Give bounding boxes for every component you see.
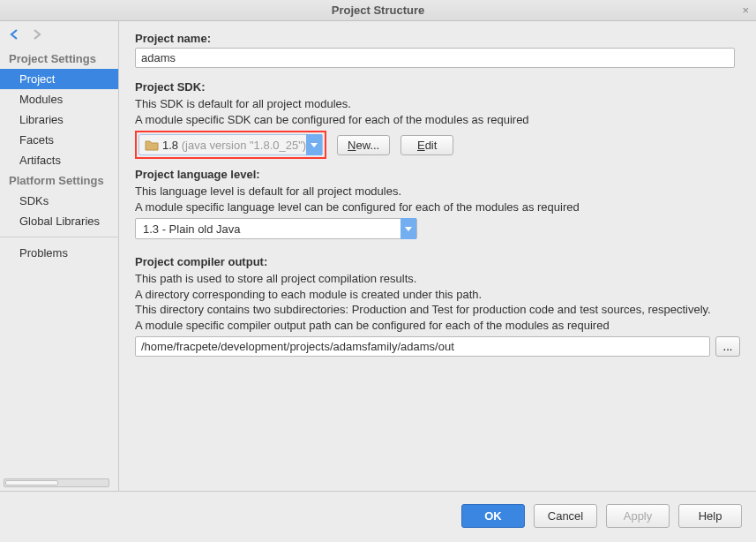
sidebar-item-libraries[interactable]: Libraries xyxy=(0,109,118,130)
lang-level-label: Project language level: xyxy=(135,168,740,181)
back-icon[interactable] xyxy=(9,28,21,43)
title-bar: Project Structure × xyxy=(0,0,756,21)
sidebar-item-problems[interactable]: Problems xyxy=(0,243,118,263)
compiler-output-label: Project compiler output: xyxy=(135,255,740,268)
sdk-desc1: This SDK is default for all project modu… xyxy=(135,96,740,112)
sidebar-item-project[interactable]: Project xyxy=(0,69,118,89)
project-sdk-dropdown[interactable]: 1.8 (java version "1.8.0_25") xyxy=(138,134,323,155)
language-level-dropdown[interactable]: 1.3 - Plain old Java xyxy=(135,218,417,239)
edit-sdk-button[interactable]: Edit xyxy=(400,135,453,155)
cancel-button[interactable]: Cancel xyxy=(534,504,597,528)
lang-level-selected: 1.3 - Plain old Java xyxy=(136,222,400,236)
sidebar-scrollbar[interactable] xyxy=(4,478,109,487)
project-name-input[interactable] xyxy=(135,48,735,68)
sdk-highlight: 1.8 (java version "1.8.0_25") xyxy=(135,131,326,159)
browse-output-button[interactable]: ... xyxy=(715,336,740,357)
sidebar-item-facets[interactable]: Facets xyxy=(0,130,118,150)
close-icon[interactable]: × xyxy=(742,4,749,17)
sidebar-heading-project-settings: Project Settings xyxy=(0,49,118,69)
main-panel: Project name: Project SDK: This SDK is d… xyxy=(119,21,756,491)
dropdown-arrow-icon xyxy=(306,134,322,155)
dropdown-arrow-icon xyxy=(400,218,416,239)
apply-button[interactable]: Apply xyxy=(606,504,670,528)
ok-button[interactable]: OK xyxy=(461,504,525,528)
sdk-desc2: A module specific SDK can be configured … xyxy=(135,112,740,128)
sidebar-separator xyxy=(0,237,118,237)
compiler-out-desc1: This path is used to store all project c… xyxy=(135,271,740,287)
lang-level-desc2: A module specific language level can be … xyxy=(135,199,740,215)
forward-icon[interactable] xyxy=(30,28,42,43)
folder-icon xyxy=(145,139,159,151)
sidebar-heading-platform-settings: Platform Settings xyxy=(0,170,118,191)
sidebar-item-sdks[interactable]: SDKs xyxy=(0,191,118,211)
compiler-output-input[interactable] xyxy=(135,336,710,357)
project-sdk-label: Project SDK: xyxy=(135,80,740,94)
window-title: Project Structure xyxy=(332,4,424,17)
help-button[interactable]: Help xyxy=(678,504,742,528)
sdk-selected-text: 1.8 (java version "1.8.0_25") xyxy=(162,139,306,152)
sidebar-scroll-thumb[interactable] xyxy=(5,480,58,486)
sidebar-item-artifacts[interactable]: Artifacts xyxy=(0,150,118,170)
sidebar: Project Settings Project Modules Librari… xyxy=(0,21,119,491)
sidebar-item-global-libraries[interactable]: Global Libraries xyxy=(0,211,118,231)
compiler-out-desc2: A directory corresponding to each module… xyxy=(135,287,740,303)
sidebar-item-modules[interactable]: Modules xyxy=(0,89,118,109)
dialog-footer: OK Cancel Apply Help xyxy=(0,491,756,540)
compiler-out-desc3: This directory contains two subdirectori… xyxy=(135,302,740,318)
lang-level-desc1: This language level is default for all p… xyxy=(135,184,740,199)
new-sdk-button[interactable]: New... xyxy=(337,135,390,155)
compiler-out-desc4: A module specific compiler output path c… xyxy=(135,318,740,334)
project-name-label: Project name: xyxy=(135,32,740,45)
